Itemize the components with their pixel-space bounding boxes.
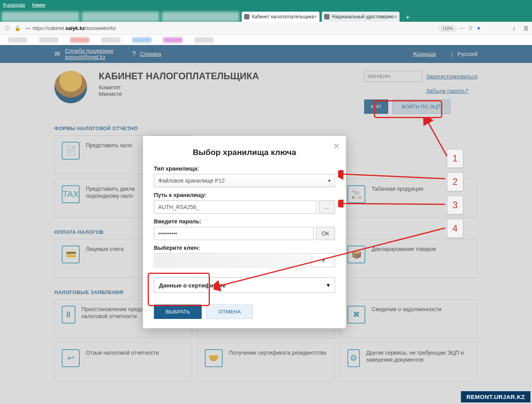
svg-line-1 [341,174,445,179]
tab-label: Национальный удостоверяю [332,14,394,19]
bookmark-item[interactable] [101,37,120,43]
chevron-down-icon: ▾ [328,178,331,184]
bookmarks-bar [0,35,532,45]
menu-item[interactable]: Көмек [32,2,45,8]
annotation-number: 4 [447,219,463,238]
downloads-icon[interactable]: ↓ [512,24,516,32]
library-icon[interactable]: ⫼ [523,24,530,32]
annotation-arrow [404,117,451,160]
address-bar[interactable]: ⓘ 🔒 ⊶ https://cabinet.salyk.kz/sonowebin… [0,22,532,35]
permissions-icon[interactable]: ⊶ [25,25,30,31]
bookmark-item[interactable] [70,37,89,43]
watermark: REMONT.URJAR.KZ [461,391,530,402]
tabstrip: Кабинет налогоплательщика × Национальный… [0,10,532,22]
browse-button[interactable]: ... [319,200,335,214]
svg-line-0 [427,121,447,156]
info-icon[interactable]: ⓘ [5,25,10,32]
url-text[interactable]: https://cabinet.salyk.kz/sonowebinfo/ [33,25,439,31]
tab-national-id[interactable]: Национальный удостоверяю × [322,12,399,22]
new-tab-button[interactable]: + [402,14,414,22]
cancel-button[interactable]: ОТМЕНА [206,305,253,319]
close-icon[interactable]: × [394,14,397,19]
svg-line-3 [218,228,445,286]
menu-item[interactable]: Құралдар [3,2,25,8]
tab-blurred[interactable] [2,12,79,22]
annotation-arrow [338,170,447,182]
bookmark-item[interactable] [8,37,27,43]
label-storage-path: Путь к хранилищу: [154,192,335,198]
browser-menubar: Құралдар Көмек [0,0,532,10]
svg-line-2 [341,204,445,204]
modal-title: Выбор хранилища ключа [154,148,335,157]
tab-favicon [244,14,249,19]
tab-blurred[interactable] [82,12,159,22]
storage-path-input[interactable] [154,200,316,214]
bookmark-star-icon[interactable]: ★ [476,25,481,31]
bookmark-item[interactable] [163,37,183,43]
pocket-icon[interactable]: ▽ [469,25,473,31]
tab-label: Кабинет налогоплательщика [252,14,314,19]
bookmark-item[interactable] [132,37,152,43]
label-storage-type: Тип хранилища: [154,165,335,172]
annotation-arrow [214,226,447,292]
menu-dots-icon[interactable]: ⋯ [460,25,465,31]
annotation-arrow [338,200,447,207]
bookmark-item[interactable] [39,37,58,43]
annotation-number: 3 [447,196,463,214]
choose-button[interactable]: ВЫБРАТЬ [154,305,202,319]
select-value: Файловое хранилище P12 [158,178,225,184]
tab-favicon [324,14,330,19]
bookmark-item[interactable] [194,37,214,43]
close-icon[interactable]: × [333,140,340,152]
tab-blurred[interactable] [162,12,239,22]
lock-icon: 🔒 [14,25,21,31]
storage-type-select[interactable]: Файловое хранилище P12 ▾ [154,174,335,187]
tab-taxpayer-cabinet[interactable]: Кабинет налогоплательщика × [242,12,319,22]
page-content: ✉ Служба поддержки sonosd@mgd.kz ? Справ… [0,45,532,404]
annotation-number: 2 [447,172,463,191]
close-icon[interactable]: × [314,14,317,19]
label-password: Введите пароль: [154,218,335,225]
zoom-indicator[interactable]: 110% [439,25,457,31]
